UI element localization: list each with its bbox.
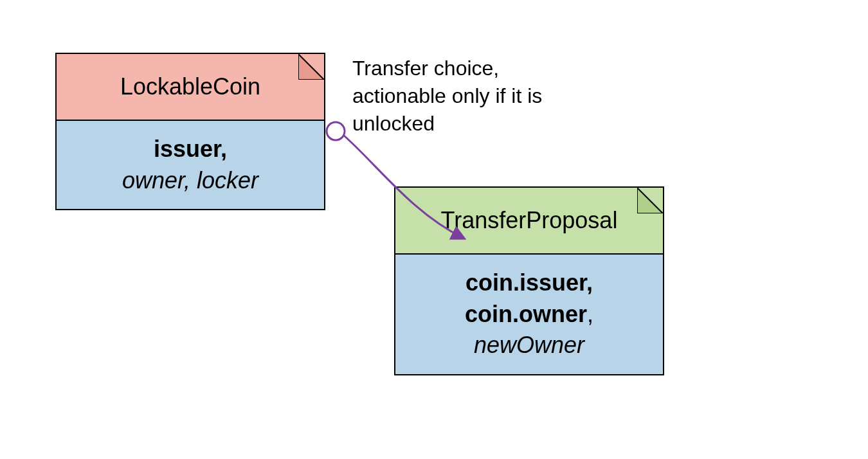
- lockable-coin-box: LockableCoin issuer, owner, locker: [55, 53, 325, 210]
- choice-circle-icon: [327, 122, 345, 140]
- transfer-proposal-header: TransferProposal: [395, 188, 663, 255]
- label-line-1: Transfer choice,: [352, 55, 542, 82]
- label-line-3: unlocked: [352, 110, 542, 138]
- lockable-coin-issuer: issuer,: [63, 134, 318, 165]
- transfer-proposal-coin-owner-line: coin.owner,: [402, 299, 656, 330]
- label-line-2: actionable only if it is: [352, 82, 542, 110]
- transfer-choice-label: Transfer choice, actionable only if it i…: [352, 55, 542, 138]
- transfer-proposal-box: TransferProposal coin.issuer, coin.owner…: [394, 186, 664, 375]
- diagram-canvas: LockableCoin issuer, owner, locker Trans…: [0, 0, 868, 459]
- lockable-coin-header: LockableCoin: [57, 54, 324, 121]
- transfer-proposal-body: coin.issuer, coin.owner, newOwner: [395, 255, 663, 374]
- dog-ear-icon: [298, 54, 324, 80]
- transfer-proposal-coin-issuer: coin.issuer,: [402, 267, 656, 299]
- transfer-proposal-title: TransferProposal: [441, 207, 618, 233]
- lockable-coin-body: issuer, owner, locker: [57, 121, 324, 209]
- transfer-proposal-coin-owner: coin.owner: [465, 301, 587, 327]
- lockable-coin-observers: owner, locker: [63, 165, 318, 197]
- svg-marker-0: [298, 54, 324, 80]
- lockable-coin-title: LockableCoin: [120, 73, 260, 100]
- svg-marker-1: [637, 188, 663, 213]
- transfer-proposal-comma: ,: [587, 301, 593, 327]
- dog-ear-icon: [637, 188, 663, 213]
- transfer-proposal-newowner: newOwner: [402, 330, 656, 361]
